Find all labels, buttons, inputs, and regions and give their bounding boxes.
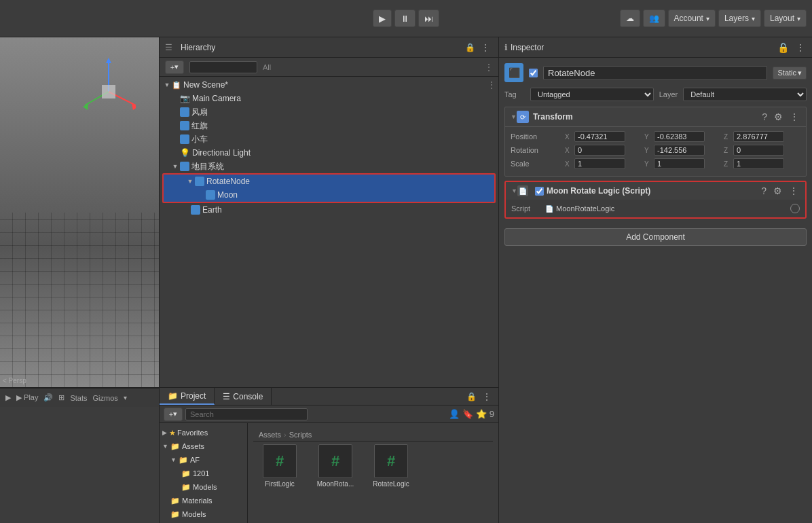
tree-1201[interactable]: 📁 1201 [160, 467, 247, 480]
scale-x-input[interactable]: 1 [574, 158, 625, 169]
rot-z-input[interactable]: 0 [733, 145, 784, 156]
stats-label[interactable]: Stats [70, 394, 87, 402]
tree-item-hongqi[interactable]: 红旗 [160, 119, 498, 132]
scene-dots[interactable]: ⋮ [487, 80, 496, 90]
hierarchy-menu-icon[interactable]: ⋮ [485, 62, 493, 72]
project-add-btn[interactable]: + ▾ [164, 408, 183, 421]
bottom-lock-icon[interactable]: 🔒 [466, 392, 477, 401]
rotatelogic-name: RotateLogic [373, 480, 409, 488]
moon-rotate-box: ▼ 📄 Moon Rotate Logic (Script) ? ⚙ ⋮ Scr… [504, 181, 807, 219]
breadcrumb-sub[interactable]: Scripts [289, 431, 312, 439]
scene-view[interactable]: < Persp [0, 37, 159, 387]
inspector-lock-btn[interactable]: 🔒 [776, 42, 790, 53]
scale-z-input[interactable]: 1 [733, 158, 784, 169]
moonrota-name: MoonRota... [317, 480, 354, 488]
grid-icon[interactable]: ⊞ [58, 393, 64, 402]
project-icon3[interactable]: ⭐ [476, 409, 487, 419]
script-settings-btn[interactable]: ⚙ [772, 185, 783, 196]
static-button[interactable]: Static ▾ [773, 67, 807, 79]
pause-button[interactable]: ⏸ [394, 10, 416, 27]
transform-settings-btn[interactable]: ⚙ [773, 111, 784, 122]
rotatelogic-hash: # [387, 452, 395, 470]
tree-models-af[interactable]: 📁 Models [160, 480, 247, 494]
pos-x-input[interactable]: -0.47321 [574, 131, 625, 142]
console-tab[interactable]: ☰ Console [215, 388, 272, 405]
script-active-checkbox[interactable] [535, 187, 544, 196]
script-menu-btn[interactable]: ⋮ [788, 185, 800, 196]
tree-item-dir-light[interactable]: 💡 Directional Light [160, 146, 498, 160]
materials-folder-icon: 📁 [170, 497, 180, 505]
file-item-rotatelogic[interactable]: # RotateLogic [367, 444, 415, 488]
breadcrumb: Assets › Scripts [253, 429, 493, 441]
camera-label: Main Camera [192, 94, 241, 103]
layer-select[interactable]: Default [683, 88, 807, 101]
hierarchy-add-btn[interactable]: + ▾ [165, 60, 184, 74]
transform-menu-btn[interactable]: ⋮ [788, 111, 800, 122]
file-item-firstlogic[interactable]: # FirstLogic [256, 444, 303, 488]
rot-z-letter: Z [724, 147, 732, 154]
pos-z-input[interactable]: 2.876777 [733, 131, 784, 142]
moonrota-hash: # [331, 452, 339, 470]
moon-label: Moon [217, 190, 238, 200]
tree-af[interactable]: ▼ 📁 AF [160, 453, 247, 467]
lock-icon[interactable]: 🔒 [465, 43, 475, 52]
tree-item-moon[interactable]: Moon [164, 188, 494, 202]
folder-icon: 📁 [168, 391, 178, 401]
hierarchy-search-input[interactable] [189, 61, 257, 73]
scale-y-input[interactable]: 1 [654, 158, 705, 169]
scale-y-letter: Y [644, 160, 652, 168]
cloud-button[interactable]: ☁ [620, 10, 640, 27]
pos-y-input[interactable]: -0.62383 [654, 131, 705, 142]
breadcrumb-root[interactable]: Assets [259, 431, 281, 439]
tag-select[interactable]: Untagged [530, 88, 654, 101]
account-button[interactable]: Account ▾ [668, 10, 716, 27]
layers-button[interactable]: Layers ▾ [718, 10, 761, 27]
project-icon2[interactable]: 🔖 [462, 409, 473, 419]
project-tab[interactable]: 📁 Project [160, 388, 215, 405]
rot-y-input[interactable]: -142.556 [654, 145, 705, 156]
tree-item-xiaoche[interactable]: 小车 [160, 132, 498, 146]
gizmos-arrow[interactable]: ▾ [124, 394, 127, 401]
project-icon4[interactable]: 9 [490, 409, 494, 419]
tree-item-earth[interactable]: Earth [160, 203, 498, 217]
tree-models[interactable]: 📁 Models [160, 507, 247, 521]
transform-header[interactable]: ▼ ⟳ Transform ? ⚙ ⋮ [505, 107, 806, 127]
gizmos-label[interactable]: Gizmos [93, 394, 118, 402]
af-folder-icon: 📁 [179, 456, 188, 465]
collab-button[interactable]: 👥 [643, 10, 665, 27]
tree-item-rotatenode[interactable]: ▼ RotateNode [164, 175, 494, 188]
script-header[interactable]: ▼ 📄 Moon Rotate Logic (Script) ? ⚙ ⋮ [506, 182, 805, 200]
tree-item-new-scene[interactable]: ▼ 📋 New Scene* ⋮ [160, 78, 498, 92]
script-help-btn[interactable]: ? [760, 185, 768, 196]
hierarchy-title: Hierarchy [181, 43, 215, 52]
object-active-checkbox[interactable] [529, 69, 538, 77]
object-name-input[interactable] [543, 66, 767, 80]
layout-button[interactable]: Layout ▾ [764, 10, 807, 27]
step-button[interactable]: ⏭ [418, 10, 439, 27]
tree-item-main-camera[interactable]: 📷 Main Camera [160, 92, 498, 105]
script-target-circle[interactable] [790, 204, 800, 213]
assets-arrow: ▼ [162, 443, 168, 450]
pos-z-field: Z 2.876777 [724, 131, 800, 142]
rot-x-input[interactable]: 0 [574, 145, 625, 156]
file-item-moonrota[interactable]: # MoonRota... [312, 444, 359, 488]
materials-label: Materials [182, 497, 213, 505]
tree-item-fengshan[interactable]: 风扇 [160, 105, 498, 119]
audio-icon[interactable]: 🔊 [43, 393, 53, 402]
tag-layer-row: Tag Untagged Layer Default [504, 88, 807, 101]
transform-help-btn[interactable]: ? [760, 111, 769, 122]
project-search-input[interactable] [185, 408, 308, 420]
tree-item-dimuxitong[interactable]: ▼ 地目系统 [160, 160, 498, 173]
tree-assets[interactable]: ▼ 📁 Assets [160, 439, 247, 453]
tree-materials[interactable]: 📁 Materials [160, 494, 247, 507]
project-icon1[interactable]: 👤 [449, 409, 460, 419]
play-button[interactable]: ▶ [373, 10, 392, 27]
tree-favorites[interactable]: ▶ ★ Favorites [160, 426, 247, 439]
hierarchy-dots-menu[interactable]: ⋮ [478, 42, 493, 53]
project-tab-label: Project [181, 391, 206, 401]
inspector-menu-btn[interactable]: ⋮ [794, 42, 807, 53]
af-arrow: ▼ [170, 456, 177, 463]
add-component-button[interactable]: Add Component [504, 228, 807, 246]
n1201-folder-icon: 📁 [181, 469, 191, 478]
bottom-dots-menu[interactable]: ⋮ [479, 391, 494, 402]
